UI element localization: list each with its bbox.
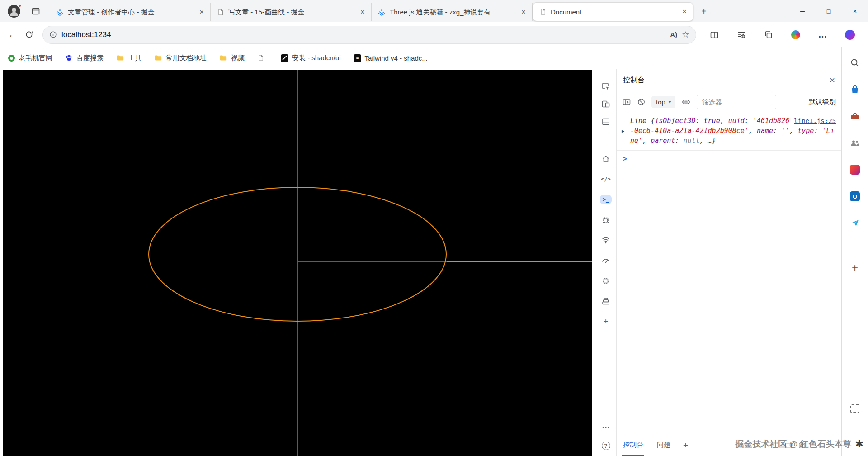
log-segment: null bbox=[683, 137, 699, 145]
log-segment: , bbox=[749, 127, 757, 135]
navigation-bar: ← localhost:1234 A) ☆ … bbox=[0, 22, 868, 47]
sources-debug-icon[interactable] bbox=[595, 209, 617, 230]
bookmark-folder-docs[interactable]: 常用文档地址 bbox=[154, 54, 207, 62]
sidebar-search-icon[interactable] bbox=[846, 54, 863, 71]
log-levels-selector[interactable]: 默认级别 bbox=[809, 98, 836, 106]
browser-tab-4-active[interactable]: Document × bbox=[533, 2, 693, 21]
console-toolbar: top ▾ 默认级别 bbox=[617, 91, 841, 113]
tab-actions-icon[interactable] bbox=[29, 5, 42, 18]
sidebar-people-icon[interactable] bbox=[846, 134, 863, 152]
log-segment: uuid bbox=[728, 117, 745, 125]
screenshot-capture-icon[interactable] bbox=[846, 400, 863, 417]
prompt-chevron-icon: > bbox=[623, 155, 627, 163]
context-selector[interactable]: top ▾ bbox=[651, 96, 675, 108]
favorites-icon[interactable] bbox=[733, 27, 750, 43]
bookmark-folder-tools[interactable]: 工具 bbox=[116, 54, 142, 62]
watermark-gear-icon: ✱ bbox=[855, 438, 863, 450]
folder-icon bbox=[116, 54, 124, 62]
more-tools-plus-icon[interactable]: + bbox=[595, 311, 617, 332]
site-info-icon[interactable] bbox=[49, 31, 57, 38]
console-prompt[interactable]: > bbox=[617, 151, 841, 163]
tab-title: Document bbox=[551, 8, 676, 16]
log-segment: : bbox=[814, 127, 822, 135]
devtools-close-icon[interactable]: × bbox=[830, 75, 835, 86]
clear-console-icon[interactable] bbox=[637, 98, 646, 106]
refresh-icon[interactable] bbox=[21, 27, 37, 43]
console-sidebar-icon[interactable] bbox=[622, 98, 631, 107]
sidebar-send-plane-icon[interactable] bbox=[846, 214, 863, 232]
sidebar-m365-icon[interactable] bbox=[846, 161, 863, 178]
source-link[interactable]: line1.js:25 bbox=[794, 116, 836, 126]
window-controls: ─ □ × bbox=[789, 0, 868, 22]
split-screen-icon[interactable] bbox=[706, 27, 722, 43]
help-icon[interactable]: ? bbox=[595, 436, 617, 456]
bottom-tab-issues[interactable]: 问题 bbox=[656, 435, 671, 456]
performance-icon[interactable] bbox=[595, 250, 617, 271]
log-segment: , bbox=[642, 137, 651, 145]
inspect-icon[interactable] bbox=[595, 77, 617, 95]
tab-title: Three.js 通关秘籍 - zxg_神说要有... bbox=[390, 8, 515, 17]
tab-strip: 文章管理 - 创作者中心 - 掘金 × 写文章 - 15-画曲线 - 掘金 × … bbox=[50, 0, 693, 22]
welcome-home-icon[interactable] bbox=[595, 148, 617, 169]
sidebar-shopping-icon[interactable] bbox=[846, 81, 863, 98]
dock-panel-icon[interactable] bbox=[595, 113, 617, 130]
edge-sidebar-rail: O + bbox=[841, 47, 868, 456]
network-icon[interactable] bbox=[595, 230, 617, 250]
devtools-panel: </> >_ + … bbox=[595, 69, 841, 456]
tab-title: 写文章 - 15-画曲线 - 掘金 bbox=[228, 8, 354, 17]
read-aloud-icon[interactable]: A) bbox=[670, 31, 677, 38]
back-icon[interactable]: ← bbox=[5, 27, 21, 43]
watermark-text: 掘金技术社区 @ 红色石头本尊 bbox=[735, 438, 851, 450]
console-filter-input[interactable] bbox=[697, 95, 776, 109]
page-icon bbox=[257, 54, 264, 62]
bookmark-folder-video[interactable]: 视频 bbox=[219, 54, 245, 62]
bookmark-shadcn[interactable]: 安装 - shadcn/ui bbox=[281, 54, 341, 62]
log-segment: Line bbox=[630, 117, 651, 125]
devtools-activity-bar: </> >_ + … bbox=[595, 69, 617, 456]
more-options-icon[interactable]: … bbox=[595, 415, 617, 436]
device-emulation-icon[interactable] bbox=[595, 95, 617, 113]
bookmark-baidu[interactable]: 百度搜索 bbox=[65, 54, 104, 62]
sidebar-outlook-icon[interactable]: O bbox=[846, 188, 863, 205]
nav-right-icons: … bbox=[703, 27, 863, 43]
window-close-button[interactable]: × bbox=[842, 0, 868, 22]
address-bar[interactable]: localhost:1234 A) ☆ bbox=[42, 26, 696, 44]
bookmark-laomaotao[interactable]: 老毛桃官网 bbox=[8, 54, 52, 62]
add-tab-plus-icon[interactable]: + bbox=[683, 441, 688, 451]
console-panel-icon[interactable]: >_ bbox=[595, 189, 617, 209]
folder-icon bbox=[154, 54, 162, 62]
settings-more-icon[interactable]: … bbox=[815, 27, 831, 43]
bottom-tab-console[interactable]: 控制台 bbox=[622, 435, 644, 456]
tab-close-icon[interactable]: × bbox=[519, 8, 528, 17]
elements-panel-icon[interactable]: </> bbox=[595, 169, 617, 189]
browser-tab-1[interactable]: 文章管理 - 创作者中心 - 掘金 × bbox=[50, 3, 211, 21]
threejs-canvas[interactable] bbox=[3, 70, 592, 456]
url-text[interactable]: localhost:1234 bbox=[61, 30, 111, 39]
copilot-icon[interactable] bbox=[842, 27, 858, 43]
application-storage-icon[interactable] bbox=[595, 291, 617, 311]
collections-icon[interactable] bbox=[760, 27, 777, 43]
maximize-button[interactable]: □ bbox=[816, 0, 842, 22]
favorite-star-icon[interactable]: ☆ bbox=[682, 29, 689, 40]
console-log-entry[interactable]: ▶ line1.js:25 Line {isObject3D: true, uu… bbox=[617, 113, 841, 151]
context-label: top bbox=[656, 98, 665, 106]
memory-cpu-icon[interactable] bbox=[595, 271, 617, 291]
profile-avatar[interactable] bbox=[7, 5, 21, 18]
browser-tab-2[interactable]: 写文章 - 15-画曲线 - 掘金 × bbox=[211, 3, 372, 21]
expand-triangle-icon[interactable]: ▶ bbox=[622, 126, 624, 136]
tab-close-icon[interactable]: × bbox=[680, 7, 689, 16]
live-expression-eye-icon[interactable] bbox=[681, 97, 691, 107]
browser-tab-3[interactable]: Three.js 通关秘籍 - zxg_神说要有... × bbox=[372, 3, 533, 21]
log-preview-text: line1.js:25 Line {isObject3D: true, uuid… bbox=[630, 116, 836, 146]
bookmark-page[interactable] bbox=[257, 54, 268, 62]
minimize-button[interactable]: ─ bbox=[789, 0, 816, 22]
tab-close-icon[interactable]: × bbox=[198, 8, 206, 17]
log-segment: : bbox=[773, 127, 781, 135]
devtools-main: 控制台 × top ▾ 默认级别 bbox=[617, 69, 841, 456]
sidebar-toolbox-icon[interactable] bbox=[846, 108, 863, 125]
sidebar-add-plus-icon[interactable]: + bbox=[846, 259, 863, 276]
rewards-icon[interactable] bbox=[788, 27, 804, 43]
tab-close-icon[interactable]: × bbox=[359, 8, 367, 17]
new-tab-button[interactable]: + bbox=[696, 4, 712, 19]
bookmark-tailwind[interactable]: ≈ Tailwind v4 - shadc... bbox=[354, 54, 428, 62]
